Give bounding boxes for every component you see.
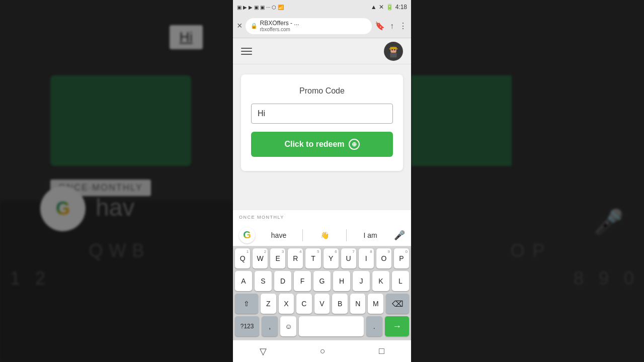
signal-icon-3: ▶ xyxy=(249,5,253,10)
google-logo: G xyxy=(239,227,255,243)
key-n[interactable]: N xyxy=(350,294,366,314)
key-l[interactable]: L xyxy=(392,271,409,291)
ham-line-2 xyxy=(241,51,252,52)
key-y[interactable]: Y6 xyxy=(324,248,339,268)
bluetooth-icon: ⬡ xyxy=(272,5,276,10)
key-h[interactable]: H xyxy=(333,271,350,291)
suggestion-1[interactable]: have xyxy=(257,229,300,241)
site-title: RBXOffers - ... xyxy=(260,20,367,27)
background-right: 🎤 O P 8 9 0 xyxy=(411,0,644,362)
browser-close-button[interactable]: × xyxy=(237,21,243,31)
bg-hi-text: Hi xyxy=(170,25,203,49)
bg-google-icon: G xyxy=(40,186,86,231)
phone-container: ▣ ▶ ▶ ▣ ▣ ··· ⬡ 📶 ▲ ✕ 🔋 4:18 × 🔒 RBXOffe… xyxy=(233,0,411,362)
signal-icon-5: ▣ xyxy=(260,5,265,10)
key-a[interactable]: A xyxy=(235,271,252,291)
hamburger-menu[interactable] xyxy=(241,48,252,55)
key-c[interactable]: C xyxy=(296,294,312,314)
more-options-icon[interactable]: ⋮ xyxy=(399,21,407,31)
once-monthly-text: ONCE MONTHLY xyxy=(239,215,284,220)
redeem-button[interactable]: Click to redeem ⊕ xyxy=(251,132,393,157)
avatar-svg xyxy=(384,42,403,60)
ham-line-1 xyxy=(241,48,252,49)
key-shift[interactable]: ⇧ xyxy=(235,294,258,314)
key-k[interactable]: K xyxy=(372,271,389,291)
svg-rect-6 xyxy=(389,48,397,49)
signal-x-icon: ✕ xyxy=(379,4,384,11)
bg-right-keys: O P xyxy=(411,240,644,261)
key-period[interactable]: . xyxy=(366,316,382,336)
key-space[interactable] xyxy=(299,316,363,336)
bg-have-text: hav xyxy=(96,194,134,221)
time-display: 4:18 xyxy=(395,4,407,11)
key-s[interactable]: S xyxy=(255,271,272,291)
address-text: RBXOffers - ... rbxoffers.com xyxy=(260,20,367,32)
key-row-2: A S D F G H J K L xyxy=(235,271,409,291)
bg-right-nums: 8 9 0 xyxy=(574,268,634,289)
key-r[interactable]: R4 xyxy=(288,248,303,268)
browser-actions: 🔖 ↑ ⋮ xyxy=(375,21,407,31)
key-d[interactable]: D xyxy=(274,271,291,291)
address-bar[interactable]: 🔒 RBXOffers - ... rbxoffers.com xyxy=(246,18,372,34)
key-o[interactable]: O9 xyxy=(376,248,391,268)
key-numbers[interactable]: ?123 xyxy=(235,316,259,336)
redeem-icon: ⊕ xyxy=(349,139,360,150)
battery-icon: 🔋 xyxy=(386,4,393,11)
promo-card: Promo Code Click to redeem ⊕ xyxy=(241,74,403,171)
suggestion-3[interactable]: I am xyxy=(349,229,392,241)
key-z[interactable]: Z xyxy=(261,294,276,314)
user-avatar[interactable] xyxy=(384,42,403,61)
mic-icon[interactable]: 🎤 xyxy=(394,230,405,241)
key-b[interactable]: B xyxy=(332,294,348,314)
bg-green-button xyxy=(50,75,191,166)
key-w[interactable]: W2 xyxy=(253,248,268,268)
signal-strength-icon: 📶 xyxy=(278,5,284,10)
bg-keys: Q W B xyxy=(0,240,233,261)
key-f[interactable]: F xyxy=(294,271,311,291)
bookmark-icon[interactable]: 🔖 xyxy=(375,21,385,31)
lock-icon: 🔒 xyxy=(251,23,258,29)
key-e[interactable]: E3 xyxy=(270,248,285,268)
svg-rect-5 xyxy=(390,47,396,48)
bg-right-green xyxy=(411,75,512,166)
bg-mic-icon: 🎤 xyxy=(594,208,624,236)
background-left: Hi ONCE·MONTHLY G hav Q W B 1 2 xyxy=(0,0,233,362)
home-button[interactable]: ○ xyxy=(320,346,326,356)
share-icon[interactable]: ↑ xyxy=(390,22,394,31)
back-button[interactable]: ▽ xyxy=(260,346,267,357)
key-m[interactable]: M xyxy=(368,294,383,314)
key-g[interactable]: G xyxy=(313,271,331,291)
key-x[interactable]: X xyxy=(279,294,294,314)
keyboard-key-rows: Q1 W2 E3 R4 T5 Y6 U7 I8 O9 P0 A S D F G … xyxy=(233,246,411,340)
key-emoji[interactable]: ☺ xyxy=(280,316,296,336)
status-left: ▣ ▶ ▶ ▣ ▣ ··· ⬡ 📶 xyxy=(237,5,284,10)
ham-line-3 xyxy=(241,54,252,55)
promo-code-input[interactable] xyxy=(251,104,393,124)
key-comma[interactable]: , xyxy=(262,316,278,336)
signal-icon-6: ··· xyxy=(266,5,270,10)
key-row-4: ?123 , ☺ . → xyxy=(235,316,409,336)
redeem-label: Click to redeem xyxy=(284,140,344,149)
suggestion-2[interactable]: 👋 xyxy=(302,229,347,241)
bottom-navigation: ▽ ○ □ xyxy=(233,340,411,362)
status-right: ▲ ✕ 🔋 4:18 xyxy=(371,4,407,11)
svg-rect-1 xyxy=(390,52,396,57)
key-i[interactable]: I8 xyxy=(359,248,374,268)
key-v[interactable]: V xyxy=(314,294,330,314)
keyboard-suggestions: G have 👋 I am 🎤 xyxy=(233,224,411,246)
key-row-1: Q1 W2 E3 R4 T5 Y6 U7 I8 O9 P0 xyxy=(235,248,409,268)
status-bar: ▣ ▶ ▶ ▣ ▣ ··· ⬡ 📶 ▲ ✕ 🔋 4:18 xyxy=(233,0,411,14)
recents-button[interactable]: □ xyxy=(379,346,384,356)
key-u[interactable]: U7 xyxy=(341,248,356,268)
wifi-icon: ▲ xyxy=(371,4,377,11)
navigation-bar xyxy=(233,38,411,64)
main-content: Promo Code Click to redeem ⊕ xyxy=(233,64,411,210)
key-q[interactable]: Q1 xyxy=(235,248,250,268)
key-p[interactable]: P0 xyxy=(394,248,409,268)
key-j[interactable]: J xyxy=(353,271,370,291)
key-row-3: ⇧ Z X C V B N M ⌫ xyxy=(235,294,409,314)
key-enter[interactable]: → xyxy=(385,316,409,336)
key-t[interactable]: T5 xyxy=(305,248,320,268)
promo-title: Promo Code xyxy=(251,86,393,96)
key-backspace[interactable]: ⌫ xyxy=(386,294,409,314)
